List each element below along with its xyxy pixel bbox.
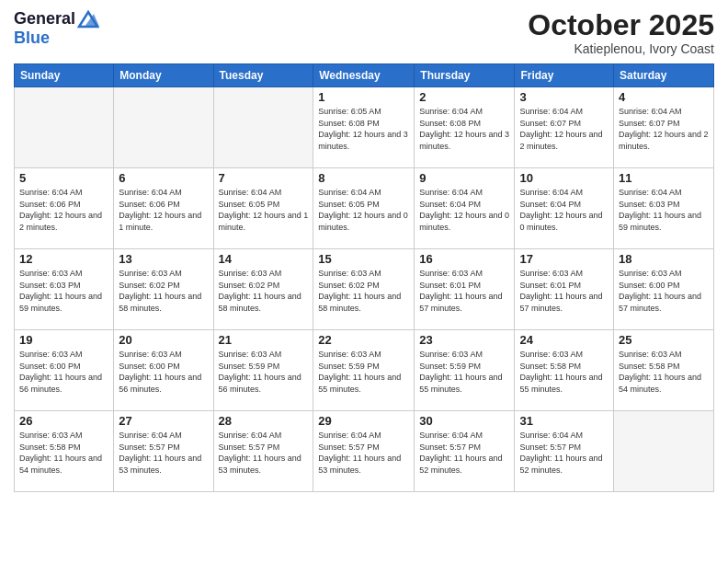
day-info: Sunrise: 6:03 AM Sunset: 6:02 PM Dayligh…: [219, 268, 309, 314]
day-info: Sunrise: 6:04 AM Sunset: 5:57 PM Dayligh…: [119, 430, 208, 476]
calendar-week-3: 12Sunrise: 6:03 AM Sunset: 6:03 PM Dayli…: [15, 249, 714, 330]
day-number: 26: [19, 414, 108, 428]
day-number: 20: [119, 333, 208, 347]
logo-blue: Blue: [14, 29, 99, 48]
day-number: 10: [519, 171, 609, 185]
table-row: [614, 411, 714, 492]
col-header-thursday: Thursday: [415, 64, 515, 87]
logo-general: General: [14, 9, 75, 29]
calendar-header-row: SundayMondayTuesdayWednesdayThursdayFrid…: [15, 64, 714, 87]
logo-icon: [77, 10, 99, 29]
day-number: 14: [219, 252, 309, 266]
table-row: 8Sunrise: 6:04 AM Sunset: 6:05 PM Daylig…: [313, 168, 415, 249]
table-row: 16Sunrise: 6:03 AM Sunset: 6:01 PM Dayli…: [415, 249, 515, 330]
day-info: Sunrise: 6:04 AM Sunset: 5:57 PM Dayligh…: [318, 430, 409, 476]
day-number: 8: [318, 171, 409, 185]
day-info: Sunrise: 6:03 AM Sunset: 6:02 PM Dayligh…: [318, 268, 409, 314]
day-number: 3: [519, 90, 609, 104]
day-info: Sunrise: 6:03 AM Sunset: 6:02 PM Dayligh…: [119, 268, 208, 314]
day-info: Sunrise: 6:04 AM Sunset: 6:04 PM Dayligh…: [419, 187, 509, 233]
col-header-sunday: Sunday: [15, 64, 114, 87]
day-info: Sunrise: 6:03 AM Sunset: 6:00 PM Dayligh…: [19, 349, 108, 395]
day-number: 4: [619, 90, 709, 104]
header: General Blue October 2025 Katieplenou, I…: [14, 9, 714, 56]
day-info: Sunrise: 6:03 AM Sunset: 5:59 PM Dayligh…: [419, 349, 509, 395]
day-number: 12: [19, 252, 108, 266]
table-row: 5Sunrise: 6:04 AM Sunset: 6:06 PM Daylig…: [15, 168, 114, 249]
table-row: 1Sunrise: 6:05 AM Sunset: 6:08 PM Daylig…: [313, 87, 415, 168]
title-block: October 2025 Katieplenou, Ivory Coast: [528, 9, 714, 56]
day-info: Sunrise: 6:04 AM Sunset: 6:07 PM Dayligh…: [519, 106, 609, 152]
day-info: Sunrise: 6:03 AM Sunset: 6:00 PM Dayligh…: [119, 349, 208, 395]
col-header-tuesday: Tuesday: [213, 64, 313, 87]
day-info: Sunrise: 6:05 AM Sunset: 6:08 PM Dayligh…: [318, 106, 409, 152]
table-row: 17Sunrise: 6:03 AM Sunset: 6:01 PM Dayli…: [515, 249, 614, 330]
table-row: 10Sunrise: 6:04 AM Sunset: 6:04 PM Dayli…: [515, 168, 614, 249]
col-header-friday: Friday: [515, 64, 614, 87]
table-row: 7Sunrise: 6:04 AM Sunset: 6:05 PM Daylig…: [213, 168, 313, 249]
table-row: 30Sunrise: 6:04 AM Sunset: 5:57 PM Dayli…: [415, 411, 515, 492]
table-row: 24Sunrise: 6:03 AM Sunset: 5:58 PM Dayli…: [515, 330, 614, 411]
calendar-week-1: 1Sunrise: 6:05 AM Sunset: 6:08 PM Daylig…: [15, 87, 714, 168]
day-info: Sunrise: 6:03 AM Sunset: 6:03 PM Dayligh…: [19, 268, 108, 314]
day-info: Sunrise: 6:03 AM Sunset: 5:59 PM Dayligh…: [219, 349, 309, 395]
table-row: [15, 87, 114, 168]
day-info: Sunrise: 6:04 AM Sunset: 6:06 PM Dayligh…: [19, 187, 108, 233]
table-row: [114, 87, 213, 168]
table-row: 31Sunrise: 6:04 AM Sunset: 5:57 PM Dayli…: [515, 411, 614, 492]
day-number: 27: [119, 414, 208, 428]
day-info: Sunrise: 6:04 AM Sunset: 5:57 PM Dayligh…: [219, 430, 309, 476]
table-row: 12Sunrise: 6:03 AM Sunset: 6:03 PM Dayli…: [15, 249, 114, 330]
calendar-week-4: 19Sunrise: 6:03 AM Sunset: 6:00 PM Dayli…: [15, 330, 714, 411]
day-info: Sunrise: 6:04 AM Sunset: 6:05 PM Dayligh…: [219, 187, 309, 233]
day-info: Sunrise: 6:04 AM Sunset: 5:57 PM Dayligh…: [519, 430, 609, 476]
day-info: Sunrise: 6:03 AM Sunset: 6:01 PM Dayligh…: [419, 268, 509, 314]
table-row: 26Sunrise: 6:03 AM Sunset: 5:58 PM Dayli…: [15, 411, 114, 492]
table-row: 27Sunrise: 6:04 AM Sunset: 5:57 PM Dayli…: [114, 411, 213, 492]
calendar-table: SundayMondayTuesdayWednesdayThursdayFrid…: [14, 63, 714, 492]
table-row: 6Sunrise: 6:04 AM Sunset: 6:06 PM Daylig…: [114, 168, 213, 249]
table-row: 21Sunrise: 6:03 AM Sunset: 5:59 PM Dayli…: [213, 330, 313, 411]
table-row: 20Sunrise: 6:03 AM Sunset: 6:00 PM Dayli…: [114, 330, 213, 411]
day-number: 13: [119, 252, 208, 266]
month-title: October 2025: [528, 9, 714, 41]
day-number: 18: [619, 252, 709, 266]
page: General Blue October 2025 Katieplenou, I…: [0, 0, 728, 563]
day-info: Sunrise: 6:03 AM Sunset: 5:58 PM Dayligh…: [19, 430, 108, 476]
day-number: 23: [419, 333, 509, 347]
day-info: Sunrise: 6:03 AM Sunset: 5:59 PM Dayligh…: [318, 349, 409, 395]
day-number: 5: [19, 171, 108, 185]
day-info: Sunrise: 6:04 AM Sunset: 6:05 PM Dayligh…: [318, 187, 409, 233]
col-header-wednesday: Wednesday: [313, 64, 415, 87]
day-number: 29: [318, 414, 409, 428]
table-row: 18Sunrise: 6:03 AM Sunset: 6:00 PM Dayli…: [614, 249, 714, 330]
day-number: 24: [519, 333, 609, 347]
table-row: 9Sunrise: 6:04 AM Sunset: 6:04 PM Daylig…: [415, 168, 515, 249]
day-number: 21: [219, 333, 309, 347]
day-number: 9: [419, 171, 509, 185]
day-info: Sunrise: 6:04 AM Sunset: 6:06 PM Dayligh…: [119, 187, 208, 233]
col-header-monday: Monday: [114, 64, 213, 87]
day-number: 2: [419, 90, 509, 104]
day-number: 7: [219, 171, 309, 185]
day-number: 15: [318, 252, 409, 266]
table-row: 14Sunrise: 6:03 AM Sunset: 6:02 PM Dayli…: [213, 249, 313, 330]
day-number: 31: [519, 414, 609, 428]
logo: General Blue: [14, 9, 99, 48]
day-info: Sunrise: 6:04 AM Sunset: 6:08 PM Dayligh…: [419, 106, 509, 152]
table-row: 2Sunrise: 6:04 AM Sunset: 6:08 PM Daylig…: [415, 87, 515, 168]
day-info: Sunrise: 6:03 AM Sunset: 6:01 PM Dayligh…: [519, 268, 609, 314]
day-number: 28: [219, 414, 309, 428]
calendar-week-2: 5Sunrise: 6:04 AM Sunset: 6:06 PM Daylig…: [15, 168, 714, 249]
table-row: 25Sunrise: 6:03 AM Sunset: 5:58 PM Dayli…: [614, 330, 714, 411]
table-row: 3Sunrise: 6:04 AM Sunset: 6:07 PM Daylig…: [515, 87, 614, 168]
table-row: 28Sunrise: 6:04 AM Sunset: 5:57 PM Dayli…: [213, 411, 313, 492]
table-row: [213, 87, 313, 168]
table-row: 11Sunrise: 6:04 AM Sunset: 6:03 PM Dayli…: [614, 168, 714, 249]
col-header-saturday: Saturday: [614, 64, 714, 87]
day-info: Sunrise: 6:04 AM Sunset: 6:03 PM Dayligh…: [619, 187, 709, 233]
day-number: 22: [318, 333, 409, 347]
day-info: Sunrise: 6:03 AM Sunset: 5:58 PM Dayligh…: [519, 349, 609, 395]
table-row: 29Sunrise: 6:04 AM Sunset: 5:57 PM Dayli…: [313, 411, 415, 492]
day-number: 25: [619, 333, 709, 347]
